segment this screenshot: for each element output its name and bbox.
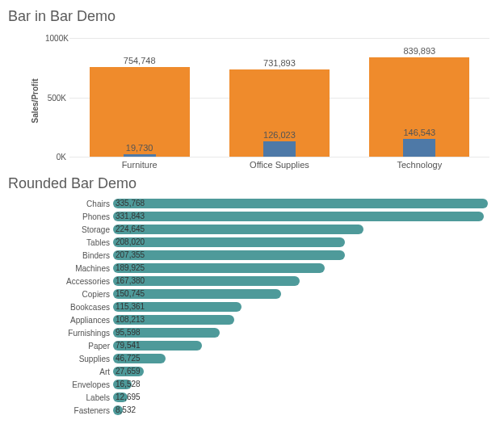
bar-track: 95,598	[113, 327, 488, 338]
row-value-label: 224,645	[116, 224, 145, 235]
bar-track: 108,213	[113, 314, 488, 325]
bar-row: Tables208,020	[24, 236, 488, 249]
row-value-label: 331,843	[116, 211, 145, 222]
row-category-label: Binders	[24, 251, 113, 260]
bar-row: Accessories167,380	[24, 275, 488, 288]
profit-bar	[403, 139, 435, 157]
bar-row: Furnishings95,598	[24, 326, 488, 339]
rounded-bar	[113, 263, 325, 273]
y-axis-label: Sales/Profit	[31, 78, 40, 123]
rounded-bar	[113, 199, 488, 208]
row-value-label: 208,020	[116, 237, 145, 248]
profit-bar	[263, 141, 296, 157]
bar-track: 115,361	[113, 301, 488, 313]
sales-value-label: 731,893	[215, 58, 344, 68]
row-category-label: Accessories	[24, 277, 113, 286]
bar-in-bar-title: Bar in Bar Demo	[8, 8, 496, 25]
bar-track: 335,768	[113, 198, 488, 209]
bar-track: 79,541	[113, 340, 488, 351]
category-label: Furniture	[75, 157, 204, 170]
rounded-bar	[113, 250, 345, 260]
row-value-label: 12,695	[116, 392, 141, 403]
row-value-label: 46,725	[116, 353, 141, 364]
bar-track: 46,725	[113, 353, 488, 364]
bar-row: Paper79,541	[24, 339, 488, 352]
bar-group: 839,893146,543Technology	[355, 38, 484, 157]
bar-track: 224,645	[113, 224, 488, 235]
row-category-label: Labels	[24, 393, 113, 402]
rounded-bar	[113, 212, 484, 221]
bar-row: Phones331,843	[24, 210, 488, 223]
bar-track: 8,532	[113, 405, 488, 416]
row-category-label: Supplies	[24, 355, 113, 363]
row-value-label: 8,532	[116, 405, 136, 416]
row-category-label: Phones	[24, 212, 113, 221]
bar-row: Binders207,355	[24, 249, 488, 262]
row-value-label: 108,213	[116, 314, 145, 325]
row-category-label: Copiers	[24, 290, 113, 299]
bar-track: 12,695	[113, 392, 488, 403]
row-value-label: 27,659	[116, 366, 141, 377]
bar-track: 331,843	[113, 211, 488, 222]
bar-row: Machines189,925	[24, 262, 488, 275]
y-tick-label: 0K	[45, 153, 66, 162]
row-value-label: 79,541	[116, 340, 141, 351]
row-category-label: Appliances	[24, 316, 113, 325]
row-value-label: 207,355	[116, 250, 145, 261]
bar-row: Art27,659	[24, 365, 488, 378]
row-category-label: Envelopes	[24, 380, 113, 389]
bar-track: 150,745	[113, 288, 488, 300]
bar-track: 16,528	[113, 379, 488, 390]
profit-value-label: 146,543	[355, 128, 484, 137]
profit-value-label: 126,023	[215, 130, 344, 140]
rounded-bar-chart: Chairs335,768Phones331,843Storage224,645…	[24, 197, 488, 417]
row-value-label: 115,361	[116, 301, 145, 313]
bar-track: 208,020	[113, 237, 488, 248]
bar-track: 27,659	[113, 366, 488, 377]
y-tick-label: 500K	[45, 93, 66, 102]
profit-value-label: 19,730	[75, 143, 204, 153]
bar-row: Labels12,695	[24, 391, 488, 404]
row-value-label: 335,768	[116, 198, 145, 209]
row-category-label: Fasteners	[24, 406, 113, 415]
bar-in-bar-chart: Sales/Profit 0K500K1000K754,74819,730Fur…	[47, 28, 489, 174]
bar-group: 754,74819,730Furniture	[75, 38, 204, 157]
row-value-label: 150,745	[116, 288, 145, 300]
row-category-label: Storage	[24, 225, 113, 234]
row-category-label: Paper	[24, 342, 113, 351]
rounded-bar-title: Rounded Bar Demo	[8, 175, 496, 192]
row-value-label: 95,598	[116, 327, 141, 338]
bar-track: 167,380	[113, 275, 488, 287]
bar-group: 731,893126,023Office Supplies	[215, 38, 344, 157]
bar-track: 207,355	[113, 250, 488, 261]
row-category-label: Chairs	[24, 199, 113, 208]
category-label: Office Supplies	[215, 157, 344, 170]
bar-row: Envelopes16,528	[24, 378, 488, 391]
bar-row: Chairs335,768	[24, 197, 488, 210]
bar-row: Copiers150,745	[24, 288, 488, 300]
row-category-label: Tables	[24, 238, 113, 247]
bar-row: Appliances108,213	[24, 313, 488, 326]
row-category-label: Furnishings	[24, 329, 113, 338]
row-category-label: Art	[24, 367, 113, 376]
sales-value-label: 754,748	[75, 56, 204, 65]
category-label: Technology	[355, 157, 484, 170]
bar-row: Fasteners8,532	[24, 404, 488, 417]
row-value-label: 16,528	[116, 379, 141, 390]
rounded-bar	[113, 237, 345, 247]
bar-row: Supplies46,725	[24, 352, 488, 365]
row-category-label: Machines	[24, 264, 113, 273]
bar-track: 189,925	[113, 262, 488, 274]
row-value-label: 167,380	[116, 275, 145, 287]
row-value-label: 189,925	[116, 262, 145, 274]
row-category-label: Bookcases	[24, 303, 113, 312]
y-tick-label: 1000K	[45, 34, 66, 43]
bar-row: Storage224,645	[24, 223, 488, 236]
sales-value-label: 839,893	[355, 46, 484, 56]
rounded-bar	[113, 225, 363, 234]
bar-row: Bookcases115,361	[24, 300, 488, 313]
